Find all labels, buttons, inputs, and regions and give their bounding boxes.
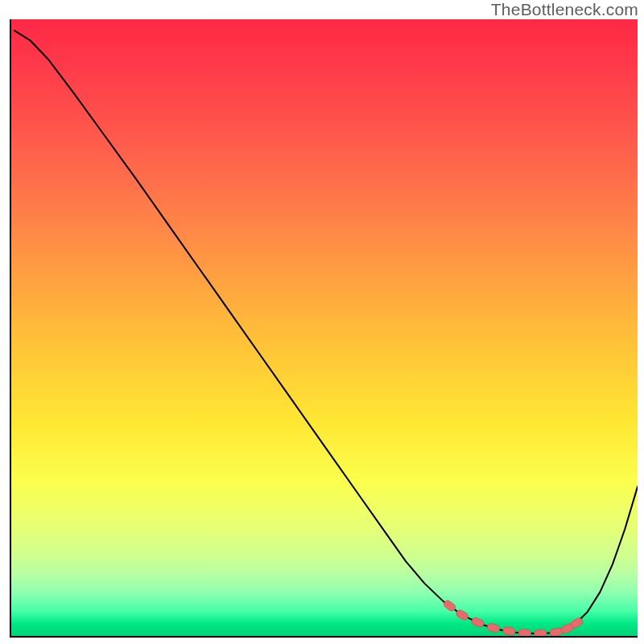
svg-rect-4 — [502, 626, 516, 636]
sweet-spot-marker — [534, 630, 547, 636]
sweet-spot-marker — [518, 629, 531, 636]
svg-rect-5 — [518, 629, 531, 636]
bottleneck-curve — [14, 31, 638, 634]
sweet-spot-marker — [549, 627, 563, 636]
svg-rect-7 — [549, 627, 563, 636]
bottleneck-curve-svg — [11, 19, 638, 636]
sweet-spot-marker — [486, 623, 501, 634]
bottleneck-chart-image: TheBottleneck.com — [0, 0, 644, 644]
plot-area — [10, 19, 638, 638]
sweet-spot-marker — [471, 617, 485, 628]
svg-rect-2 — [471, 617, 485, 628]
watermark-source: TheBottleneck.com — [491, 0, 638, 19]
svg-rect-3 — [486, 623, 501, 634]
svg-rect-6 — [534, 630, 547, 636]
sweet-spot-marker — [502, 626, 516, 636]
